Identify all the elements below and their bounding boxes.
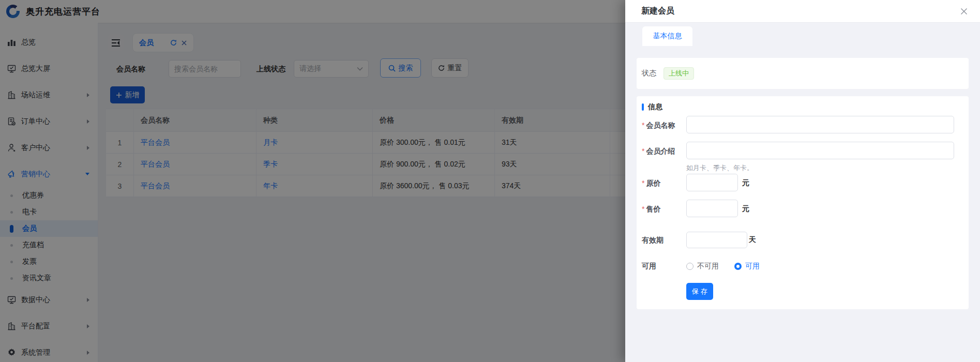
original-price-label: *原价: [642, 179, 660, 188]
radio-unavailable[interactable]: 不可用: [686, 262, 719, 271]
radio-available[interactable]: 可用: [734, 262, 760, 271]
info-form-card: 信息 *会员名称 *会员介绍 如月卡、季卡、年卡。 *原价 元 *售价 元 有效…: [637, 96, 969, 309]
required-marker: *: [642, 147, 644, 155]
validity-unit: 天: [749, 235, 756, 245]
sale-price-label: *售价: [642, 205, 660, 214]
sale-price-unit: 元: [742, 204, 749, 214]
validity-field[interactable]: [686, 232, 747, 248]
status-card: 状态 上线中: [637, 58, 969, 89]
member-intro-field[interactable]: [686, 142, 954, 159]
drawer-close-button[interactable]: [958, 6, 970, 17]
required-marker: *: [642, 121, 644, 129]
original-price-unit: 元: [742, 178, 749, 188]
save-button[interactable]: 保 存: [686, 283, 713, 300]
required-marker: *: [642, 205, 644, 213]
tab-basic-info-label: 基本信息: [653, 32, 682, 41]
radio-label: 可用: [745, 262, 760, 271]
original-price-field[interactable]: [686, 174, 738, 191]
section-accent-bar: [642, 103, 644, 111]
radio-label: 不可用: [697, 262, 719, 271]
status-label: 状态: [642, 69, 656, 78]
member-intro-label: *会员介绍: [642, 147, 675, 156]
sale-price-field[interactable]: [686, 200, 738, 217]
member-name-label: *会员名称: [642, 121, 675, 130]
required-marker: *: [642, 179, 644, 187]
availability-label: 可用: [642, 262, 656, 271]
app-root: 奥升充电运营平台 总览 总览大屏 场站运维 订单中心 客户中心 营销中心: [0, 0, 980, 362]
validity-label: 有效期: [642, 236, 664, 245]
close-icon: [960, 7, 968, 16]
new-member-drawer: 新建会员 基本信息 状态 上线中 信息 *会员名称 *会员介绍 如月卡、季卡、年…: [625, 0, 980, 362]
tab-basic-info[interactable]: 基本信息: [642, 26, 692, 46]
member-name-field[interactable]: [686, 116, 954, 133]
drawer-overlay-mask[interactable]: [0, 0, 625, 362]
member-intro-helper: 如月卡、季卡、年卡。: [686, 163, 753, 173]
availability-radio-group: 不可用 可用: [686, 262, 760, 271]
section-header: 信息: [642, 102, 662, 112]
drawer-header: 新建会员: [625, 0, 980, 23]
drawer-title: 新建会员: [641, 6, 958, 17]
radio-off-icon: [686, 263, 693, 270]
radio-on-icon: [734, 263, 742, 270]
status-badge: 上线中: [664, 67, 694, 80]
section-title: 信息: [648, 102, 662, 112]
